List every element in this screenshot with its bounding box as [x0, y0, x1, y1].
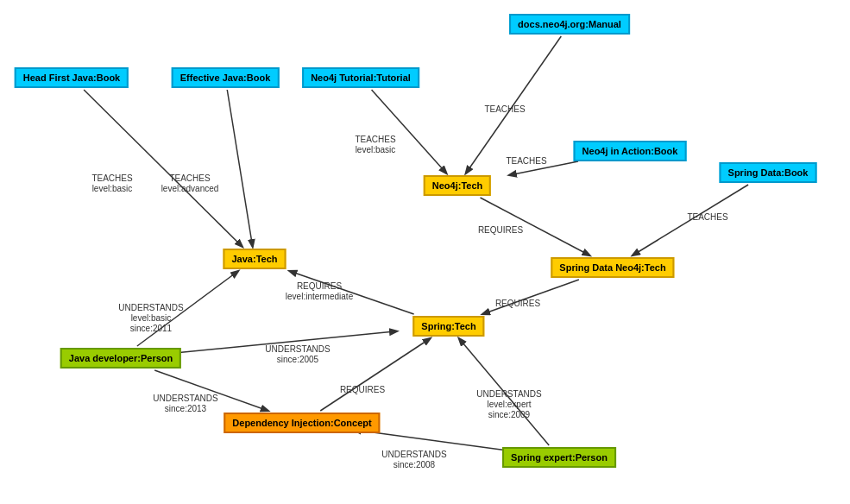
node-spring_data_neo4j[interactable]: Spring Data Neo4j:Tech — [551, 257, 674, 278]
edge-label-spring_data_book-spring_data_neo4j: TEACHES — [687, 212, 728, 222]
node-head_first_java[interactable]: Head First Java:Book — [15, 67, 129, 88]
edge-dep_injection-spring_tech — [320, 338, 431, 411]
edge-spring_expert-spring_tech — [459, 338, 549, 445]
edge-java_developer-dep_injection — [154, 370, 268, 411]
edge-label-java_developer-java_tech: UNDERSTANDSlevel:basicsince:2011 — [118, 303, 184, 333]
edge-docs_neo4j-neo4j_tech — [466, 36, 562, 173]
node-java_developer[interactable]: Java developer:Person — [60, 348, 181, 369]
edge-java_developer-spring_tech — [173, 331, 397, 353]
edge-label-java_developer-spring_tech: UNDERSTANDSsince:2005 — [265, 344, 331, 364]
edge-label-head_first_java-java_tech: TEACHESlevel:basic — [91, 173, 133, 193]
edge-label-neo4j_in_action-neo4j_tech: TEACHES — [506, 156, 547, 166]
edge-effective_java-java_tech — [227, 90, 252, 247]
node-docs_neo4j[interactable]: docs.neo4j.org:Manual — [509, 14, 630, 35]
edge-spring_tech-java_tech — [289, 271, 413, 314]
edge-spring_data_neo4j-spring_tech — [482, 280, 579, 314]
edge-label-spring_data_neo4j-spring_tech: REQUIRES — [495, 299, 541, 308]
edge-label-effective_java-java_tech: TEACHESlevel:advanced — [161, 173, 219, 193]
edge-label-dep_injection-spring_tech: REQUIRES — [340, 385, 386, 394]
node-spring_data_book[interactable]: Spring Data:Book — [720, 162, 817, 183]
edge-label-docs_neo4j-neo4j_tech: TEACHES — [484, 104, 526, 114]
edge-java_developer-java_tech — [137, 271, 238, 346]
graph-container: TEACHESlevel:basicTEACHESlevel:advancedT… — [0, 0, 850, 504]
node-neo4j_tutorial[interactable]: Neo4j Tutorial:Tutorial — [302, 67, 419, 88]
edge-label-spring_tech-java_tech: REQUIRESlevel:intermediate — [286, 281, 354, 301]
edge-neo4j_in_action-neo4j_tech — [509, 161, 578, 175]
edge-label-spring_expert-dep_injection: UNDERSTANDSsince:2008 — [381, 450, 447, 469]
edge-spring_data_book-spring_data_neo4j — [633, 185, 748, 255]
node-spring_expert[interactable]: Spring expert:Person — [502, 447, 616, 468]
edge-label-neo4j_tutorial-neo4j_tech: TEACHESlevel:basic — [355, 135, 396, 154]
node-neo4j_tech[interactable]: Neo4j:Tech — [424, 175, 491, 196]
edge-head_first_java-java_tech — [84, 90, 242, 247]
node-spring_tech[interactable]: Spring:Tech — [412, 316, 484, 337]
edge-label-spring_expert-spring_tech: UNDERSTANDSlevel:expertsince:2009 — [476, 389, 542, 419]
edge-neo4j_tutorial-neo4j_tech — [372, 90, 447, 173]
edge-label-java_developer-dep_injection: UNDERSTANDSsince:2013 — [153, 394, 218, 413]
edge-label-neo4j_tech-spring_data_neo4j: REQUIRES — [478, 225, 524, 235]
node-neo4j_in_action[interactable]: Neo4j in Action:Book — [574, 141, 687, 161]
edge-neo4j_tech-spring_data_neo4j — [481, 198, 590, 255]
node-effective_java[interactable]: Effective Java:Book — [172, 67, 280, 88]
node-java_tech[interactable]: Java:Tech — [224, 249, 286, 269]
node-dep_injection[interactable]: Dependency Injection:Concept — [224, 413, 380, 433]
